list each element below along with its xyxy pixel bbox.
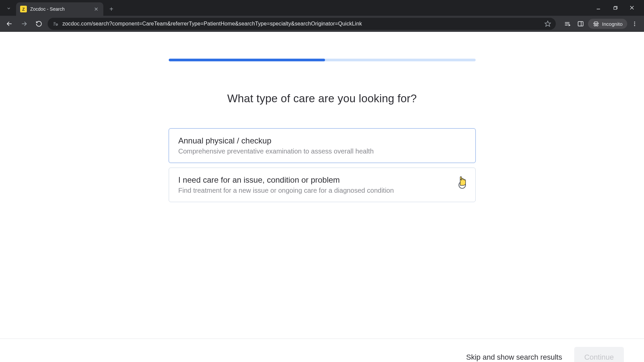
svg-point-19 bbox=[594, 24, 596, 26]
nav-reload-button[interactable] bbox=[33, 18, 45, 30]
option-desc: Find treatment for a new issue or ongoin… bbox=[178, 187, 394, 194]
nav-back-button[interactable] bbox=[3, 18, 15, 30]
browser-tab[interactable]: Z Zocdoc - Search ✕ bbox=[16, 2, 103, 16]
url-text: zocdoc.com/search?component=CareTeam&ref… bbox=[62, 21, 362, 27]
window-minimize-button[interactable] bbox=[593, 2, 604, 13]
page-footer: Skip and show search results Continue bbox=[0, 339, 644, 362]
option-list: Annual physical / checkup Comprehensive … bbox=[169, 128, 476, 202]
progress-bar bbox=[169, 59, 476, 61]
browser-menu-button[interactable] bbox=[629, 18, 641, 30]
radio-icon bbox=[459, 181, 466, 189]
svg-point-22 bbox=[634, 21, 635, 22]
address-bar[interactable]: zocdoc.com/search?component=CareTeam&ref… bbox=[48, 18, 556, 30]
browser-tab-strip: Z Zocdoc - Search ✕ + bbox=[0, 0, 644, 16]
nav-forward-button[interactable] bbox=[18, 18, 30, 30]
bookmark-icon[interactable] bbox=[544, 20, 551, 27]
incognito-badge[interactable]: Incognito bbox=[588, 19, 627, 29]
option-issue-condition[interactable]: I need care for an issue, condition or p… bbox=[169, 168, 476, 202]
svg-point-24 bbox=[634, 25, 635, 26]
skip-link[interactable]: Skip and show search results bbox=[466, 353, 562, 362]
tab-close-button[interactable]: ✕ bbox=[93, 6, 99, 12]
option-desc: Comprehensive preventative examination t… bbox=[178, 147, 374, 155]
media-control-icon[interactable] bbox=[561, 18, 573, 30]
svg-marker-11 bbox=[545, 21, 551, 26]
side-panel-icon[interactable] bbox=[575, 18, 587, 30]
page-heading: What type of care are you looking for? bbox=[0, 92, 644, 105]
option-title: Annual physical / checkup bbox=[178, 136, 374, 145]
site-info-icon[interactable] bbox=[52, 21, 58, 27]
page-content: What type of care are you looking for? A… bbox=[0, 59, 644, 362]
svg-point-23 bbox=[634, 23, 635, 24]
favicon-icon: Z bbox=[20, 6, 27, 12]
incognito-icon bbox=[593, 21, 599, 27]
window-controls bbox=[593, 2, 644, 16]
option-title: I need care for an issue, condition or p… bbox=[178, 175, 394, 185]
browser-toolbar: zocdoc.com/search?component=CareTeam&ref… bbox=[0, 16, 644, 32]
progress-fill bbox=[169, 59, 325, 61]
window-close-button[interactable] bbox=[627, 2, 637, 13]
option-annual-physical[interactable]: Annual physical / checkup Comprehensive … bbox=[169, 128, 476, 163]
incognito-label: Incognito bbox=[602, 21, 623, 27]
svg-rect-1 bbox=[613, 7, 616, 9]
svg-point-20 bbox=[596, 24, 598, 26]
continue-button[interactable]: Continue bbox=[574, 347, 624, 362]
svg-rect-16 bbox=[578, 21, 583, 26]
tab-title: Zocdoc - Search bbox=[30, 6, 89, 12]
tab-search-button[interactable] bbox=[3, 2, 15, 14]
new-tab-button[interactable]: + bbox=[105, 3, 117, 15]
svg-marker-15 bbox=[569, 25, 570, 26]
svg-line-10 bbox=[56, 25, 57, 26]
window-maximize-button[interactable] bbox=[610, 2, 621, 13]
